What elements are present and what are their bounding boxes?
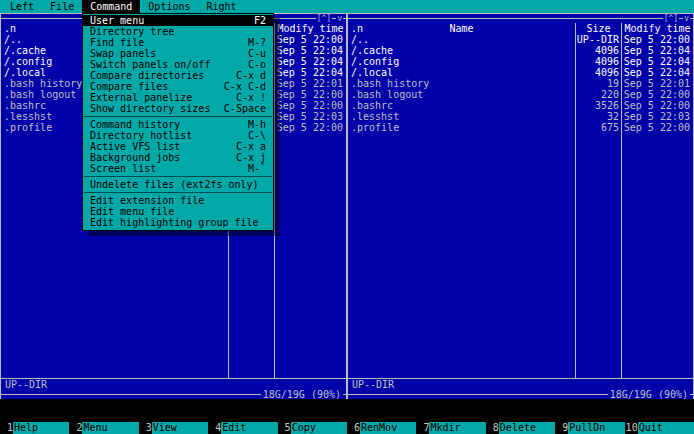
menu-item-directory-tree[interactable]: Directory tree [83,26,273,37]
file-row[interactable]: .profile 675 Sep 5 22:00 [348,122,693,133]
menubar-item-left[interactable]: Left [2,0,42,13]
file-mtime: Sep 5 22:00 [274,122,346,133]
menu-item-shortcut: C-Space [224,103,266,114]
menu-item-edit-menu-file[interactable]: Edit menu file [83,206,273,217]
command-dropdown-menu: User menu F2 Directory tree Find file M-… [82,13,274,231]
menu-item-screen-list[interactable]: Screen list M-` [83,163,273,174]
menu-item-label: Background jobs [90,152,180,163]
menu-item-shortcut: C-x C-d [224,81,266,92]
fkey-label: Help [13,422,69,434]
fkey-number: 2 [69,422,82,434]
file-mtime: Sep 5 22:04 [274,45,346,56]
menu-item-undelete-files[interactable]: Undelete files (ext2fs only) [83,179,273,190]
fkey-label: View [152,422,208,434]
fkey-quit-button[interactable]: 10 Quit [625,422,694,434]
frame-line [343,394,346,395]
column-header-mtime[interactable]: Modify time [621,23,693,34]
panel-up-button[interactable]: [^] [316,14,332,23]
menu-item-shortcut: C-o [248,59,266,70]
menu-item-compare-files[interactable]: Compare files C-x C-d [83,81,273,92]
file-size: 220 [575,89,621,100]
file-mtime: Sep 5 22:04 [274,56,346,67]
fkey-label: Delete [499,422,555,434]
fkey-edit-button[interactable]: 4 Edit [208,422,277,434]
panel-history-button[interactable]: v [683,14,690,23]
fkey-mkdir-button[interactable]: 7 Mkdir [416,422,485,434]
menu-item-label: Undelete files (ext2fs only) [90,179,259,190]
menu-item-label: Find file [90,37,144,48]
hint-bar: Hint: Want your plain shell? Press C-o, … [0,399,694,411]
file-row[interactable]: /.local 4096 Sep 5 22:04 [348,67,693,78]
fkey-menu-button[interactable]: 2 Menu [69,422,138,434]
fkey-delete-button[interactable]: 8 Delete [486,422,555,434]
file-mtime: Sep 5 22:04 [621,67,693,78]
menubar-item-command[interactable]: Command [82,0,140,13]
file-row[interactable]: /.. UP--DIR Sep 5 22:00 [348,34,693,45]
menu-item-label: Directory hotlist [90,130,192,141]
file-size: 19 [575,78,621,89]
free-space-indicator: 18G/19G (90%) [261,390,343,399]
frame-line [343,18,346,19]
fkey-number: 3 [139,422,152,434]
menu-item-label: Switch panels on/off [90,59,210,70]
fkey-label: RenMov [360,422,416,434]
fkey-pulldn-button[interactable]: 9 PullDn [555,422,624,434]
right-panel: [^] v .nName Size Modify time /.. UP--DI… [347,13,694,399]
file-row[interactable]: .bashrc 3526 Sep 5 22:00 [348,100,693,111]
file-mtime: Sep 5 22:00 [274,100,346,111]
column-header-mtime[interactable]: Modify time [274,23,346,34]
file-size: 3526 [575,100,621,111]
fkey-label: Mkdir [429,422,485,434]
shell-prompt[interactable]: midnight@commander:~$ [0,411,694,422]
menu-item-active-vfs-list[interactable]: Active VFS list C-x a [83,141,273,152]
menu-item-background-jobs[interactable]: Background jobs C-x j [83,152,273,163]
fkey-renmov-button[interactable]: 6 RenMov [347,422,416,434]
fkey-view-button[interactable]: 3 View [139,422,208,434]
column-divider [274,34,275,378]
menu-item-shortcut: C-u [248,48,266,59]
menu-item-label: Edit menu file [90,206,174,217]
file-name: /.config [348,56,575,67]
file-row[interactable]: .lesshst 32 Sep 5 22:03 [348,111,693,122]
menubar-item-file[interactable]: File [42,0,82,13]
menu-item-label: Active VFS list [90,141,180,152]
menu-separator [84,176,272,177]
menu-item-label: Screen list [90,163,156,174]
menu-item-shortcut: C-x d [236,70,266,81]
menu-item-compare-directories[interactable]: Compare directories C-x d [83,70,273,81]
fkey-copy-button[interactable]: 5 Copy [278,422,347,434]
file-mtime: Sep 5 22:04 [621,45,693,56]
panel-history-button[interactable]: v [336,14,343,23]
menu-item-switch-panels-on-off[interactable]: Switch panels on/off C-o [83,59,273,70]
menu-item-label: External panelize [90,92,192,103]
menu-item-shortcut: F2 [254,15,266,26]
fkey-label: Edit [221,422,277,434]
fkey-number: 1 [0,422,13,434]
file-list: /.. UP--DIR Sep 5 22:00 /.cache 4096 Sep… [348,34,693,378]
fkey-label: Copy [291,422,347,434]
sort-indicator: .n [4,23,16,34]
menubar-item-right[interactable]: Right [199,0,245,13]
file-row[interactable]: /.config 4096 Sep 5 22:04 [348,56,693,67]
file-row[interactable]: /.cache 4096 Sep 5 22:04 [348,45,693,56]
file-mtime: Sep 5 22:01 [621,78,693,89]
menu-item-label: Edit extension file [90,195,204,206]
menu-item-edit-extension-file[interactable]: Edit extension file [83,195,273,206]
menu-item-user-menu[interactable]: User menu F2 [83,15,273,26]
file-row[interactable]: .bash_logout 220 Sep 5 22:00 [348,89,693,100]
menubar-item-options[interactable]: Options [140,0,198,13]
menu-item-command-history[interactable]: Command history M-h [83,119,273,130]
menu-item-directory-hotlist[interactable]: Directory hotlist C-\ [83,130,273,141]
file-mtime: Sep 5 22:00 [621,34,693,45]
menu-item-swap-panels[interactable]: Swap panels C-u [83,48,273,59]
menu-item-external-panelize[interactable]: External panelize C-x ! [83,92,273,103]
menu-item-show-directory-sizes[interactable]: Show directory sizes C-Space [83,103,273,114]
column-header-size[interactable]: Size [575,23,621,34]
menu-item-edit-highlighting-group-file[interactable]: Edit highlighting group file [83,217,273,228]
column-header-name[interactable]: .nName [348,23,575,34]
file-name: /.local [348,67,575,78]
fkey-help-button[interactable]: 1 Help [0,422,69,434]
file-row[interactable]: .bash_history 19 Sep 5 22:01 [348,78,693,89]
menu-item-find-file[interactable]: Find file M-? [83,37,273,48]
panel-up-button[interactable]: [^] [663,14,679,23]
